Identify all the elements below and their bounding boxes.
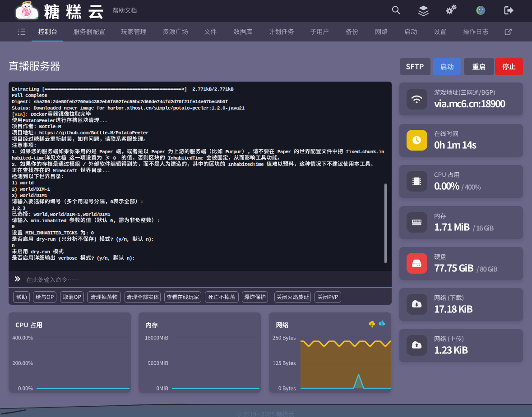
- svg-text::: :: [61, 174, 64, 179]
- svg-text:0: 0: [108, 218, 113, 224]
- svg-text:MIN_INHABITED_TICKS: MIN_INHABITED_TICKS: [23, 230, 80, 236]
- svg-text:/: /: [80, 162, 88, 167]
- svg-text:PotatoPeeler: PotatoPeeler: [23, 118, 56, 124]
- svg-text:Extracting [==================: Extracting [============================…: [12, 87, 234, 92]
- svg-text:Paper: Paper: [275, 149, 294, 155]
- svg-text:: world,world/DIM-1,world/DIM1: : world,world/DIM-1,world/DIM1: [28, 212, 110, 217]
- svg-text:? (y/n,: ? (y/n,: [111, 237, 133, 242]
- svg-text:Minecraft: Minecraft: [50, 168, 80, 174]
- svg-text:2.: 2.: [12, 162, 20, 167]
- svg-text:...: ...: [99, 118, 107, 124]
- svg-text:0: 0: [12, 224, 15, 229]
- svg-text:1) world: 1) world: [12, 180, 34, 186]
- svg-text:Paper: Paper: [149, 149, 168, 155]
- svg-text:Paper: Paper: [97, 149, 116, 155]
- svg-text::: :: [34, 143, 37, 148]
- svg-text:[VIA]:: [VIA]:: [12, 112, 28, 117]
- svg-text:Pull complete: Pull complete: [12, 93, 47, 98]
- svg-text:: https://github.com/Bottle-M/: : https://github.com/Bottle-M/PotatoPeel…: [34, 130, 149, 136]
- svg-text:: Bottle-M: : Bottle-M: [34, 124, 61, 129]
- svg-text:n):: n):: [124, 256, 135, 261]
- svg-text:3) world/DIM1: 3) world/DIM1: [12, 193, 47, 198]
- svg-text:Docker: Docker: [28, 112, 47, 117]
- svg-text:dry-run: dry-run: [28, 249, 53, 255]
- svg-text:...: ...: [102, 168, 110, 174]
- svg-text:): ): [94, 237, 99, 242]
- svg-text:min-inhabited: min-inhabited: [28, 218, 69, 224]
- svg-text:1.: 1.: [12, 149, 20, 155]
- svg-text::: :: [140, 199, 143, 205]
- svg-text:dry-run (: dry-run (: [34, 237, 61, 242]
- svg-text:habited-time: habited-time: [12, 156, 45, 161]
- svg-text:0: 0: [111, 156, 121, 161]
- svg-text:0: 0: [111, 199, 114, 205]
- svg-text:2) world/DIM-1: 2) world/DIM-1: [12, 187, 50, 192]
- svg-text:InhabitedTime: InhabitedTime: [165, 156, 206, 161]
- svg-text:verbose: verbose: [56, 256, 80, 261]
- svg-text:InhabitedTime: InhabitedTime: [226, 162, 267, 167]
- svg-text:fixed-chunk-in: fixed-chunk-in: [343, 149, 384, 155]
- svg-text:Status: Downloaded newer image: Status: Downloaded newer image for harbo…: [12, 105, 245, 111]
- svg-text:: 0: : 0: [86, 230, 94, 236]
- svg-text:? (y/n,: ? (y/n,: [91, 256, 113, 261]
- svg-text:Purpur: Purpur: [222, 149, 242, 155]
- svg-text:1,2,3: 1,2,3: [12, 206, 26, 211]
- svg-text:n):: n):: [143, 237, 154, 242]
- svg-text:n: n: [12, 243, 15, 248]
- svg-text:Digest: sha256:2de50feb7700ab4: Digest: sha256:2de50feb7700ab4352eb5f892…: [12, 99, 228, 105]
- svg-text::: :: [157, 218, 160, 224]
